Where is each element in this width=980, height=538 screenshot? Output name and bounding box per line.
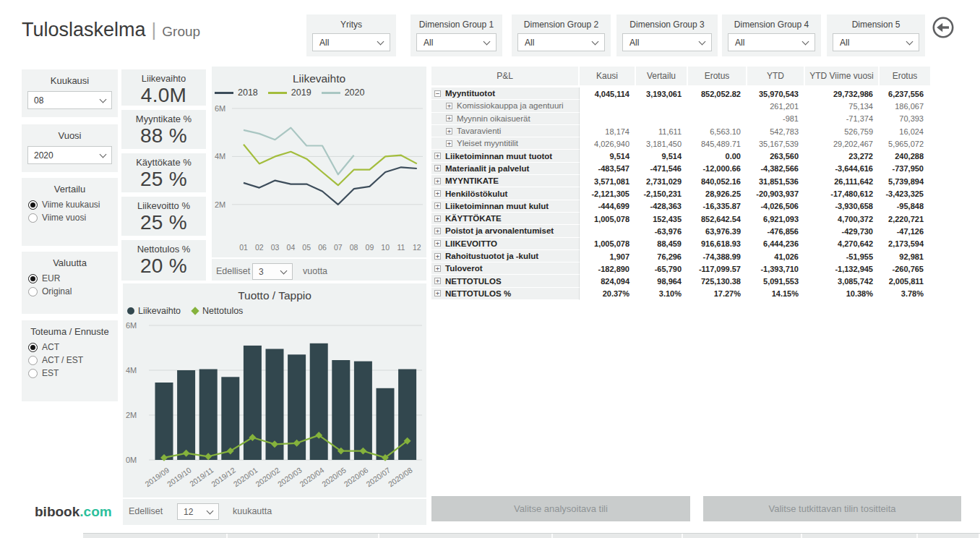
table-row-henkil-st-kulut[interactable]: +Henkilöstökulut-2,121,305-2,150,23128,9… (431, 187, 930, 200)
table-row-tavaravienti[interactable]: +Tavaravienti18,17411,6116,563.10542,783… (431, 125, 930, 137)
expand-icon[interactable]: + (434, 202, 441, 209)
tuotto-tappio-chart-plot[interactable]: 6M4M2M0M2019/092019/102019/112019/122020… (123, 320, 426, 500)
liikevaihto-chart-plot[interactable]: 6M4M2M010203040506070809101112 (212, 100, 426, 258)
row-value: 845,489.71 (688, 137, 747, 150)
expand-icon[interactable]: + (434, 165, 441, 171)
row-value: -4,382,566 (747, 163, 805, 175)
expand-icon[interactable]: + (434, 278, 441, 284)
filter-select-dimension-group-3[interactable]: All (622, 33, 712, 51)
bar-2020/01 (244, 346, 262, 460)
x-tick-label: 04 (287, 243, 296, 252)
expand-icon[interactable]: + (434, 215, 441, 222)
table-row-yleiset-myyntitilit[interactable]: +Yleiset myyntitilit4,026,9403,181,45084… (431, 137, 930, 150)
bar-2020/05 (332, 360, 350, 460)
table-row-myynnin-oikaisuer-t[interactable]: +Myynnin oikaisuerät-981-71,37470,393 (431, 113, 930, 125)
legend-item-2019[interactable]: 2019 (268, 87, 311, 98)
table-row-komissiokauppa-ja-agentuuri[interactable]: +Komissiokauppa ja agentuuri261,20175,13… (431, 100, 930, 112)
radio-eur[interactable]: EUR (22, 272, 118, 285)
row-value: 240,288 (880, 150, 930, 162)
table-row-nettotulos-%[interactable]: +NETTOTULOS %20.37%3.10%17.27%14.15%10.3… (431, 288, 930, 300)
filter-label: Dimension Group 2 (512, 14, 611, 30)
table-row-liiketoiminnan-muut-kulut[interactable]: +Liiketoiminnan muut kulut-444,699-428,3… (431, 200, 930, 213)
row-value: 28,926.25 (688, 187, 747, 200)
table-row-nettotulos[interactable]: +NETTOTULOS824,09498,964725,130.385,091,… (431, 275, 930, 287)
legend-item-2020[interactable]: 2020 (322, 87, 365, 98)
brand-logo[interactable]: bibook.com (35, 504, 112, 520)
radio-unselected-icon (28, 213, 38, 223)
expand-icon[interactable]: + (434, 265, 441, 272)
filter-select-dimension-group-1[interactable]: All (416, 33, 497, 51)
filter-select-dimension-group-4[interactable]: All (728, 33, 815, 51)
strip-cell (553, 534, 683, 538)
chevron-down-icon (802, 38, 809, 45)
strip-cell (683, 534, 802, 538)
kuukausi-select[interactable]: 08 (27, 91, 112, 109)
expand-icon[interactable]: + (434, 153, 441, 159)
row-value: 70,393 (880, 113, 930, 125)
row-value: -981 (747, 113, 805, 125)
expand-icon[interactable]: + (446, 140, 452, 147)
table-row-liikevoitto[interactable]: +LIIKEVOITTO1,005,07888,459916,618.936,4… (431, 238, 930, 250)
table-row-myyntikate[interactable]: +MYYNTIKATE3,571,0812,731,029840,052.163… (431, 175, 930, 187)
table-row-tuloverot[interactable]: +Tuloverot-182,890-65,790-117,099.57-1,3… (431, 262, 930, 275)
row-value: 186,067 (880, 100, 930, 112)
table-row-myyntituotot[interactable]: −Myyntituotot4,045,1143,193,061852,052.8… (431, 87, 930, 100)
strip-cell (379, 534, 553, 538)
radio-act[interactable]: ACT (22, 341, 118, 354)
row-label: KÄYTTÖKATE (445, 214, 502, 223)
expand-icon[interactable]: + (434, 178, 441, 184)
expand-icon[interactable]: + (434, 228, 441, 234)
row-value: 10.38% (805, 288, 880, 300)
row-name-cell: +NETTOTULOS % (431, 288, 580, 300)
row-label: Komissiokauppa ja agentuuri (457, 101, 564, 110)
filter-select-dimension-group-2[interactable]: All (517, 33, 605, 51)
filter-select-yritys[interactable]: All (312, 33, 390, 51)
expand-icon[interactable]: + (434, 253, 441, 260)
row-value: 76,296 (636, 250, 688, 262)
table-row-poistot-ja-arvonalentumiset[interactable]: +Poistot ja arvonalentumiset-63,97663,97… (431, 225, 930, 237)
row-label: Tuloverot (445, 264, 483, 273)
radio-original[interactable]: Original (22, 285, 118, 298)
row-name-cell: +Yleiset myyntitilit (431, 137, 580, 150)
vuosi-select[interactable]: 2020 (27, 146, 112, 164)
legend-item-2018[interactable]: 2018 (215, 87, 258, 98)
expand-icon[interactable]: + (446, 128, 452, 134)
expand-icon[interactable]: + (434, 290, 441, 296)
filter-select-dimension-5[interactable]: All (833, 33, 919, 51)
radio-viime-vuosi[interactable]: Viime vuosi (22, 211, 118, 224)
radio-viime-kuukausi[interactable]: Viime kuukausi (22, 198, 118, 211)
row-value: 23,272 (805, 150, 880, 162)
expand-icon[interactable]: + (446, 115, 452, 121)
row-name-cell: +Tuloverot (431, 262, 580, 275)
expand-icon[interactable]: + (434, 190, 441, 197)
liikevaihto-chart-footer: Edelliset3vuotta (212, 257, 426, 281)
row-value: 35,970,543 (747, 87, 805, 100)
row-label: Materiaalit ja palvelut (445, 164, 529, 173)
previous-periods-select[interactable]: 12 (177, 503, 219, 520)
table-row-materiaalit-ja-palvelut[interactable]: +Materiaalit ja palvelut-483,547-471,546… (431, 163, 930, 175)
button-valitse-tutkittavan-tilin-tositteita[interactable]: Valitse tutkittavan tilin tositteita (703, 496, 961, 521)
brand-tld: .com (79, 504, 111, 519)
radio-act-est[interactable]: ACT / EST (22, 354, 118, 367)
back-button[interactable] (931, 15, 955, 40)
x-tick-label: 2020/03 (276, 466, 304, 489)
row-value (688, 100, 747, 112)
x-tick-label: 2020/05 (320, 466, 348, 489)
legend-item-nettotulos[interactable]: Nettotulos (191, 306, 243, 316)
radio-est[interactable]: EST (22, 367, 118, 380)
liikevaihto-chart-panel: Liikevaihto 201820192020 6M4M2M010203040… (212, 67, 426, 281)
table-row-rahoitustuotot-ja-kulut[interactable]: +Rahoitustuotot ja -kulut1,90776,296-74,… (431, 250, 930, 262)
legend-item-liikevaihto[interactable]: Liikevaihto (127, 306, 181, 316)
expand-icon[interactable]: + (434, 240, 441, 247)
row-name-cell: +Liiketoiminnan muut kulut (431, 200, 580, 213)
x-tick-label: 05 (302, 243, 311, 252)
button-valitse-analysoitava-tili[interactable]: Valitse analysoitava tili (431, 496, 690, 521)
expand-icon[interactable]: + (446, 103, 452, 109)
previous-periods-select[interactable]: 3 (252, 263, 293, 280)
table-row-liiketoiminnan-muut-tuotot[interactable]: +Liiketoiminnan muut tuotot9,5149,5140.0… (431, 150, 930, 162)
row-name-cell: +KÄYTTÖKATE (431, 213, 580, 225)
table-row-k-ytt-kate[interactable]: +KÄYTTÖKATE1,005,078152,435852,642.546,9… (431, 213, 930, 225)
row-value: 5,739,894 (880, 175, 930, 187)
collapse-icon[interactable]: − (434, 90, 441, 97)
x-tick-label: 2020/04 (298, 466, 325, 489)
